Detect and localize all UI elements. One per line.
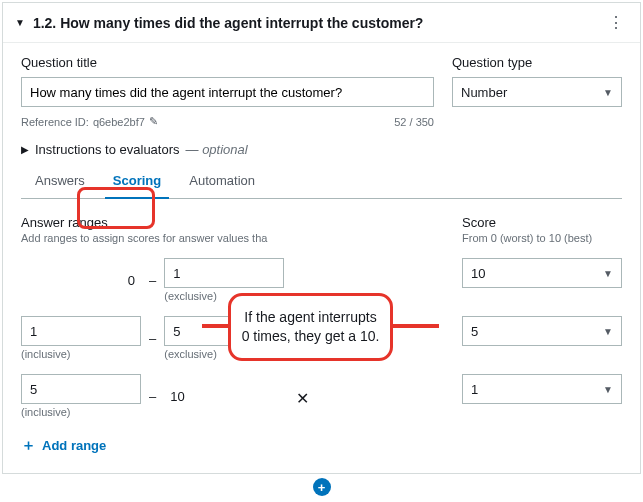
range-row: 5 (inclusive) – 10 ✕ 1 ▼ xyxy=(21,374,622,418)
range-from-input[interactable]: 1 xyxy=(21,316,141,346)
question-number: 1.2. xyxy=(33,15,56,31)
answer-ranges-label: Answer ranges xyxy=(21,215,444,230)
add-range-button[interactable]: ＋ Add range xyxy=(21,436,622,455)
score-sub: From 0 (worst) to 10 (best) xyxy=(462,232,622,244)
scoring-tabs: Answers Scoring Automation xyxy=(21,165,622,199)
tab-answers[interactable]: Answers xyxy=(21,165,99,198)
add-question-button[interactable]: + xyxy=(313,478,331,496)
chevron-right-icon: ▶ xyxy=(21,144,29,155)
callout-connector-right xyxy=(391,324,439,328)
score-label: Score xyxy=(462,215,622,230)
range-to-static: 10 xyxy=(164,381,284,411)
tab-scoring[interactable]: Scoring xyxy=(99,165,175,198)
caret-down-icon: ▼ xyxy=(603,326,613,337)
disclosure-icon[interactable]: ▼ xyxy=(15,17,25,28)
score-select[interactable]: 10 ▼ xyxy=(462,258,622,288)
caret-down-icon: ▼ xyxy=(603,384,613,395)
range-to-input[interactable]: 1 xyxy=(164,258,284,288)
reference-id: Reference ID: q6ebe2bf7 ✎ xyxy=(21,115,158,128)
caret-down-icon: ▼ xyxy=(603,87,613,98)
caret-down-icon: ▼ xyxy=(603,268,613,279)
edit-reference-icon[interactable]: ✎ xyxy=(149,115,158,128)
instructions-toggle[interactable]: ▶ Instructions to evaluators — optional xyxy=(21,142,622,157)
panel-title: 1.2. How many times did the agent interr… xyxy=(33,15,596,31)
question-title-text: How many times did the agent interrupt t… xyxy=(60,15,423,31)
panel-header: ▼ 1.2. How many times did the agent inte… xyxy=(3,3,640,43)
question-type-label: Question type xyxy=(452,55,622,70)
add-question-row: + xyxy=(0,476,643,500)
range-from-input[interactable]: 5 xyxy=(21,374,141,404)
range-from-static: 0 xyxy=(21,265,141,295)
question-panel: ▼ 1.2. How many times did the agent inte… xyxy=(2,2,641,474)
question-title-label: Question title xyxy=(21,55,434,70)
question-type-select[interactable]: Number ▼ xyxy=(452,77,622,107)
answer-ranges-sub: Add ranges to assign scores for answer v… xyxy=(21,232,444,244)
annotation-callout: If the agent interrupts 0 times, they ge… xyxy=(228,293,393,361)
callout-connector-left xyxy=(202,324,230,328)
remove-range-icon[interactable]: ✕ xyxy=(290,389,314,408)
more-menu-icon[interactable]: ⋮ xyxy=(604,13,628,32)
score-select[interactable]: 5 ▼ xyxy=(462,316,622,346)
title-char-counter: 52 / 350 xyxy=(394,116,434,128)
plus-icon: ＋ xyxy=(21,436,36,455)
question-title-input[interactable] xyxy=(21,77,434,107)
panel-body: Question title Reference ID: q6ebe2bf7 ✎… xyxy=(3,43,640,473)
score-select[interactable]: 1 ▼ xyxy=(462,374,622,404)
tab-automation[interactable]: Automation xyxy=(175,165,269,198)
